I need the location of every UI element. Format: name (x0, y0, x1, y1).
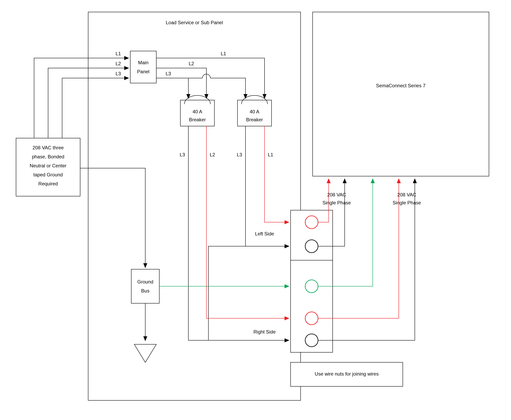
phase1-l1: 208 VAC (327, 192, 346, 197)
phase2-l1: 208 VAC (397, 192, 416, 197)
wiring-diagram: Load Service or Sub Panel 208 VAC three … (0, 0, 511, 420)
breaker2-line2: Breaker (246, 117, 263, 122)
source-line5: Required (38, 181, 58, 186)
label-L1-in: L1 (116, 51, 121, 56)
main-panel-line2: Panel (137, 69, 149, 74)
term-green (305, 280, 318, 293)
breaker2-line1: 40 A (250, 109, 259, 114)
breaker1-line2: Breaker (189, 117, 206, 122)
main-panel-line1: Main (138, 60, 148, 65)
phase2-l2: Single Phase (393, 200, 421, 205)
main-panel-box (130, 51, 156, 83)
label-L3-out: L3 (166, 71, 171, 76)
charger-label: SemaConnect Series 7 (376, 83, 426, 88)
left-side-label: Left Side (255, 231, 274, 236)
ground-bus-line1: Ground (137, 279, 153, 285)
label-L2-in: L2 (116, 61, 121, 66)
term-left-black (305, 240, 318, 253)
label-b2-L3: L3 (237, 152, 242, 157)
source-line2: phase, Bonded (32, 154, 64, 159)
term-left-red (305, 216, 318, 229)
label-b1-L2: L2 (210, 152, 215, 157)
sub-panel-box (88, 12, 301, 400)
term-right-black (305, 334, 318, 347)
right-side-label: Right Side (254, 329, 276, 335)
panel-title: Load Service or Sub Panel (166, 20, 223, 25)
label-b2-L1: L1 (268, 152, 273, 157)
source-line3: Neutral or Center (30, 163, 67, 168)
source-line1: 208 VAC three (32, 145, 64, 150)
phase1-l2: Single Phase (322, 200, 351, 205)
breaker1-line1: 40 A (193, 109, 202, 114)
label-L3-in: L3 (116, 71, 121, 76)
label-L2-out: L2 (189, 61, 194, 66)
term-right-red (305, 312, 318, 325)
charger-box (313, 12, 489, 176)
ground-bus-line2: Bus (141, 288, 149, 293)
label-L1-out: L1 (221, 51, 226, 56)
ground-bus-box (131, 269, 159, 303)
label-b1-L3: L3 (180, 152, 185, 157)
note-text: Use wire nuts for joining wires (315, 371, 379, 376)
source-line4: taped Ground (33, 172, 63, 177)
